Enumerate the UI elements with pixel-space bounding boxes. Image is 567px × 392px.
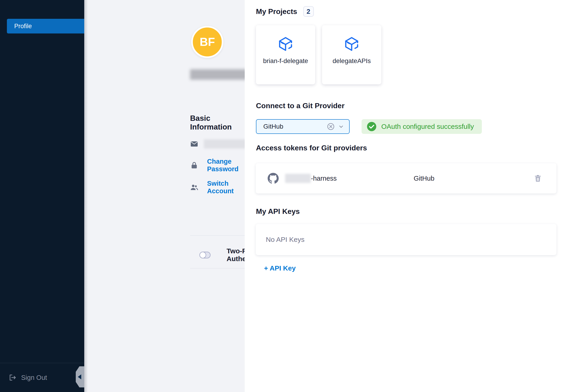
git-provider-select[interactable]: GitHub: [256, 119, 350, 134]
chevron-down-icon: [338, 124, 344, 129]
git-provider-value: GitHub: [263, 123, 327, 130]
lock-icon: [190, 161, 198, 169]
sidebar: Profile Sign Out: [0, 0, 84, 392]
delete-token-icon[interactable]: [534, 174, 542, 183]
clear-selection-icon[interactable]: [327, 122, 335, 131]
profile-panel: BF Basic Information @harness.io Change …: [84, 0, 245, 392]
profile-page: Profile Sign Out BF Basic Information: [0, 0, 567, 392]
token-account-redacted: [285, 174, 311, 183]
github-icon: [268, 173, 279, 184]
two-factor-toggle[interactable]: [199, 252, 210, 258]
git-provider-heading: Connect to a Git Provider: [256, 101, 344, 110]
api-keys-empty-text: No API Keys: [266, 236, 304, 243]
oauth-status-badge: OAuth configured successfully: [361, 119, 482, 134]
access-tokens-heading: Access tokens for Git providers: [256, 144, 367, 152]
email-user-redacted: [204, 139, 247, 149]
token-account: -harness: [285, 174, 414, 183]
change-password-row: Change Password: [190, 158, 245, 173]
collapse-left-icon: [78, 374, 81, 379]
api-keys-empty-card: No API Keys: [256, 224, 556, 255]
oauth-status-text: OAuth configured successfully: [381, 123, 474, 130]
change-password-link[interactable]: Change Password: [207, 158, 245, 173]
add-api-key-button[interactable]: + API Key: [264, 264, 296, 272]
success-check-icon: [367, 122, 377, 132]
api-keys-heading: My API Keys: [256, 207, 300, 216]
sidebar-item-profile-label: Profile: [14, 23, 32, 30]
sidebar-item-profile[interactable]: Profile: [7, 19, 84, 33]
main-content: My Projects 2 brian-f-delegate: [245, 0, 567, 392]
projects-count-badge: 2: [303, 6, 314, 17]
token-account-suffix: -harness: [311, 175, 337, 182]
project-name: brian-f-delegate: [263, 57, 308, 65]
project-card[interactable]: brian-f-delegate: [256, 25, 315, 84]
sign-out-icon: [9, 374, 16, 381]
project-card[interactable]: delegateAPIs: [322, 25, 381, 84]
switch-account-link[interactable]: Switch Account: [207, 180, 245, 195]
sign-out-label: Sign Out: [21, 374, 47, 381]
my-projects-title: My Projects: [256, 7, 297, 16]
project-cube-icon: [278, 36, 293, 51]
sidebar-footer: Sign Out: [0, 363, 84, 392]
avatar: BF: [191, 26, 223, 58]
sign-out-button[interactable]: Sign Out: [9, 374, 47, 381]
email-icon: [190, 140, 198, 148]
project-cube-icon: [344, 36, 359, 51]
users-icon: [190, 183, 198, 191]
access-token-row: -harness GitHub: [256, 163, 556, 194]
switch-account-row: Switch Account: [190, 180, 245, 195]
token-provider: GitHub: [414, 175, 434, 182]
project-name: delegateAPIs: [333, 57, 371, 65]
avatar-initials: BF: [200, 35, 215, 49]
my-projects-heading: My Projects 2: [256, 6, 314, 17]
toggle-knob: [199, 252, 206, 258]
projects-cards-row: brian-f-delegate delegateAPIs: [256, 25, 381, 84]
basic-information-heading: Basic Information: [190, 114, 245, 131]
